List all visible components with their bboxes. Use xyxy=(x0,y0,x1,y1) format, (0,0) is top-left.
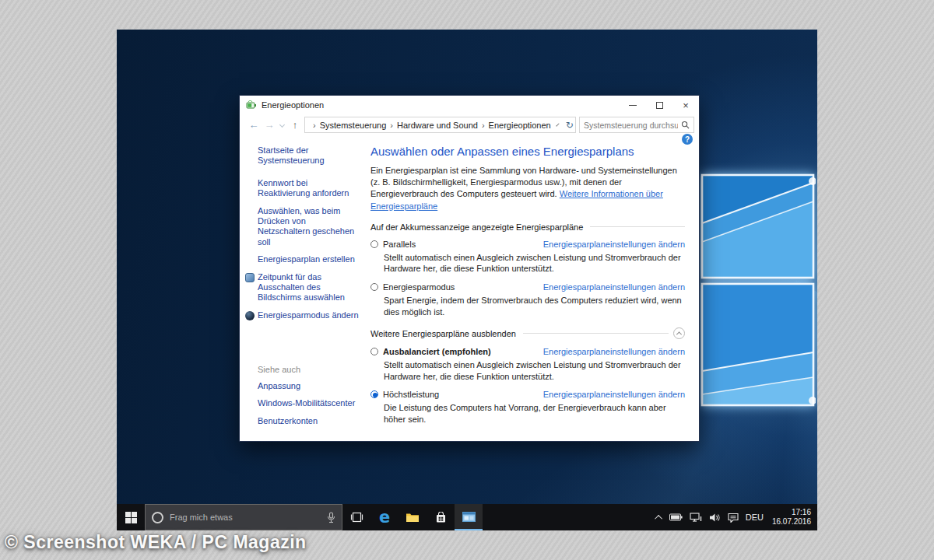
task-view-icon xyxy=(350,512,363,523)
plan-description: Stellt automatisch einen Ausgleich zwisc… xyxy=(384,252,685,275)
cortana-icon xyxy=(152,512,163,523)
power-options-app-icon xyxy=(246,100,257,110)
window-title: Energieoptionen xyxy=(262,100,620,110)
minimize-button[interactable] xyxy=(620,96,646,114)
plan-name[interactable]: Ausbalanciert (empfohlen) xyxy=(383,347,543,356)
sidebar-item-kennwort[interactable]: Kennwort bei Reaktivierung anfordern xyxy=(258,178,360,199)
file-explorer-button[interactable] xyxy=(399,504,427,530)
section-more-label: Weitere Energiesparpläne ausblenden xyxy=(370,329,516,338)
speaker-icon xyxy=(709,513,721,523)
back-button[interactable]: ← xyxy=(248,119,260,131)
watermark: © Screenshot WEKA / PC Magazin xyxy=(5,532,307,553)
plan-name[interactable]: Höchstleistung xyxy=(383,390,543,399)
plan-ausbalanciert: Ausbalanciert (empfohlen) Energiesparpla… xyxy=(370,347,685,382)
sidebar-item-plan-erstellen[interactable]: Energiesparplan erstellen xyxy=(258,254,360,264)
desktop: Energieoptionen × ← → ↑ › Systemsteuerun… xyxy=(117,30,817,530)
sidebar-item-energiesparmodus[interactable]: Energiesparmodus ändern xyxy=(258,310,360,320)
volume-tray-button[interactable] xyxy=(709,513,721,523)
edge-button[interactable]: e xyxy=(370,504,399,530)
breadcrumb-systemsteuerung[interactable]: Systemsteuerung xyxy=(320,121,387,130)
plan-description: Stellt automatisch einen Ausgleich zwisc… xyxy=(384,359,685,382)
plan-description: Spart Energie, indem der Stromverbrauch … xyxy=(384,295,685,317)
microphone-icon[interactable] xyxy=(327,512,335,523)
forward-button[interactable]: → xyxy=(263,119,276,131)
address-dropdown-icon[interactable] xyxy=(556,123,559,126)
radio-hoechstleistung[interactable] xyxy=(370,390,378,398)
breadcrumb-separator: › xyxy=(481,121,486,130)
breadcrumb-hardware-und-sound[interactable]: Hardware und Sound xyxy=(397,121,478,130)
section-rule xyxy=(590,226,685,227)
breadcrumb[interactable]: › Systemsteuerung › Hardware und Sound ›… xyxy=(304,117,576,133)
refresh-icon[interactable]: ↻ xyxy=(566,120,574,131)
up-button[interactable]: ↑ xyxy=(289,119,301,131)
network-tray-button[interactable] xyxy=(690,513,702,522)
address-bar: ← → ↑ › Systemsteuerung › Hardware und S… xyxy=(240,114,699,135)
maximize-icon xyxy=(656,102,663,109)
minimize-icon xyxy=(629,105,637,106)
plan-description: Die Leistung des Computers hat Vorrang, … xyxy=(384,402,685,425)
power-options-taskbar-button[interactable] xyxy=(455,504,483,530)
language-indicator[interactable]: DEU xyxy=(746,513,764,522)
chevron-up-icon xyxy=(676,332,682,338)
radio-parallels[interactable] xyxy=(370,240,378,248)
plan-name[interactable]: Energiesparmodus xyxy=(383,282,543,292)
control-panel-search[interactable]: Systemsteuerung durchsuchen xyxy=(579,117,694,133)
sidebar-item-label: Zeitpunkt für das Ausschalten des Bildsc… xyxy=(258,272,345,303)
section-battery-label: Auf der Akkumessanzeige angezeigte Energ… xyxy=(370,222,583,232)
start-button[interactable] xyxy=(117,504,145,530)
collapse-section-button[interactable] xyxy=(673,327,685,339)
sidebar-item-benutzerkonten[interactable]: Benutzerkonten xyxy=(258,416,360,426)
action-center-icon xyxy=(728,513,739,523)
radio-ausbalanciert[interactable] xyxy=(370,348,378,355)
task-view-button[interactable] xyxy=(342,504,370,530)
breadcrumb-separator: › xyxy=(389,121,394,130)
taskbar-clock[interactable]: 17:16 16.07.2016 xyxy=(771,508,811,527)
change-plan-settings-link[interactable]: Energiesparplaneinstellungen ändern xyxy=(543,347,685,356)
close-icon: × xyxy=(683,100,689,110)
radio-energiesparmodus[interactable] xyxy=(370,283,378,291)
titlebar[interactable]: Energieoptionen × xyxy=(240,96,699,114)
page-title: Auswählen oder Anpassen eines Energiespa… xyxy=(370,145,685,158)
section-battery-plans: Auf der Akkumessanzeige angezeigte Energ… xyxy=(370,222,685,232)
see-also-header: Siehe auch xyxy=(258,365,364,374)
sidebar: Startseite der Systemsteuerung Kennwort … xyxy=(240,135,364,441)
search-icon xyxy=(681,121,690,129)
intro-text: Ein Energiesparplan ist eine Sammlung vo… xyxy=(370,165,685,212)
control-panel-window-icon xyxy=(462,512,476,522)
store-icon xyxy=(435,512,447,523)
battery-tray-button[interactable] xyxy=(669,513,683,521)
taskbar: Frag mich etwas e xyxy=(117,504,817,530)
plan-parallels: Parallels Energiesparplaneinstellungen ä… xyxy=(370,240,685,275)
edge-icon: e xyxy=(379,509,390,526)
store-button[interactable] xyxy=(427,504,455,530)
system-tray: DEU 17:16 16.07.2016 xyxy=(657,504,817,530)
battery-icon xyxy=(669,513,683,521)
clock-time: 17:16 xyxy=(772,508,811,518)
action-center-button[interactable] xyxy=(728,513,739,523)
sidebar-item-bildschirm-ausschalten[interactable]: Zeitpunkt für das Ausschalten des Bildsc… xyxy=(258,272,360,303)
cortana-search-box[interactable]: Frag mich etwas xyxy=(145,504,342,530)
section-more-plans: Weitere Energiesparpläne ausblenden xyxy=(370,327,685,339)
sidebar-item-netzschalter[interactable]: Auswählen, was beim Drücken von Netzscha… xyxy=(258,206,360,248)
close-button[interactable]: × xyxy=(672,96,699,114)
recent-pages-icon[interactable] xyxy=(279,122,285,128)
change-plan-settings-link[interactable]: Energiesparplaneinstellungen ändern xyxy=(543,282,685,292)
section-rule xyxy=(523,333,669,334)
sidebar-item-mobilitaetscenter[interactable]: Windows-Mobilitätscenter xyxy=(258,398,360,408)
file-explorer-icon xyxy=(406,512,420,523)
clock-date: 16.07.2016 xyxy=(772,517,811,527)
plan-name[interactable]: Parallels xyxy=(383,240,543,249)
show-hidden-icons-button[interactable] xyxy=(657,515,662,520)
change-plan-settings-link[interactable]: Energiesparplaneinstellungen ändern xyxy=(543,240,685,249)
taskbar-search-placeholder: Frag mich etwas xyxy=(170,513,321,522)
sidebar-item-anpassung[interactable]: Anpassung xyxy=(258,381,360,391)
maximize-button[interactable] xyxy=(646,96,672,114)
help-button[interactable]: ? xyxy=(682,134,693,145)
plan-hoechstleistung: Höchstleistung Energiesparplaneinstellun… xyxy=(370,390,685,425)
breadcrumb-energieoptionen[interactable]: Energieoptionen xyxy=(489,121,551,130)
change-plan-settings-link[interactable]: Energiesparplaneinstellungen ändern xyxy=(543,390,685,399)
breadcrumb-separator: › xyxy=(312,121,317,130)
sidebar-item-label: Energiesparmodus ändern xyxy=(258,310,359,320)
sidebar-item-startseite[interactable]: Startseite der Systemsteuerung xyxy=(258,145,360,166)
search-placeholder: Systemsteuerung durchsuchen xyxy=(584,121,678,130)
